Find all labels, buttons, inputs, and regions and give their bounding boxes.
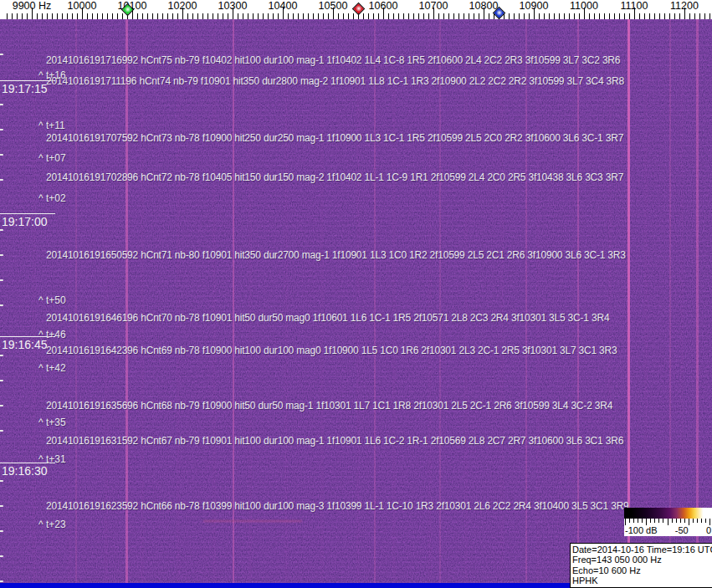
frequency-ruler: 9900 Hz100001010010200103001040010500106…: [0, 0, 712, 19]
ruler-minor-tick: [629, 13, 630, 19]
ruler-minor-tick: [664, 13, 665, 19]
colorbar-tick: [693, 519, 694, 523]
ruler-minor-tick: [539, 13, 540, 19]
ruler-minor-tick: [469, 13, 469, 19]
ruler-minor-tick: [207, 13, 208, 19]
ruler-minor-tick: [348, 13, 349, 19]
colorbar-gradient: [624, 508, 712, 519]
second-mark: ^ t+35: [38, 417, 66, 428]
ruler-minor-tick: [157, 13, 158, 19]
colorbar-tick: [684, 519, 685, 523]
ruler-minor-tick: [639, 13, 640, 19]
signal-trace: [627, 19, 630, 583]
ruler-minor-tick: [679, 13, 680, 19]
time-label: 19:17:00: [0, 213, 55, 228]
ruler-minor-tick: [112, 13, 113, 19]
colorbar-tick: [646, 519, 647, 525]
ruler-major-tick: [584, 8, 585, 19]
ruler-minor-tick: [67, 13, 68, 19]
ruler-minor-tick: [599, 13, 600, 19]
ruler-major-tick: [333, 8, 334, 19]
ruler-major-tick: [283, 8, 284, 19]
ruler-minor-tick: [243, 13, 243, 19]
ruler-minor-tick: [197, 13, 198, 19]
ruler-minor-tick: [162, 13, 163, 19]
signal-trace: [233, 19, 234, 583]
colorbar-label-mid: -50: [675, 526, 689, 535]
ruler-minor-tick: [413, 13, 414, 19]
waterfall-overlay: 19:17:1519:17:0019:16:4519:16:3020141016…: [0, 0, 712, 588]
ruler-minor-tick: [218, 13, 218, 19]
time-tick: [0, 104, 3, 105]
second-mark: ^ t+07: [38, 152, 66, 164]
colorbar-tick: [650, 519, 651, 523]
ruler-minor-tick: [428, 13, 429, 19]
ruler-minor-tick: [654, 13, 655, 19]
ruler-minor-tick: [458, 13, 459, 19]
detection-event-text: 20141016191631592 hCnt67 nb-79 f10901 hi…: [46, 435, 623, 447]
ruler-minor-tick: [323, 13, 324, 19]
colorbar-tick: [689, 519, 689, 525]
ruler-minor-tick: [293, 13, 294, 19]
signal-trace: [525, 19, 527, 583]
colorbar-tick: [654, 519, 655, 523]
intensity-colorbar: -100 dB -50 0: [624, 508, 712, 536]
time-tick: [0, 179, 3, 181]
time-tick: [0, 304, 3, 306]
ruler-minor-tick: [614, 13, 615, 19]
ruler-minor-tick: [37, 13, 38, 19]
colorbar-tick: [668, 519, 668, 525]
ruler-minor-tick: [579, 13, 580, 19]
ruler-minor-tick: [142, 13, 143, 19]
colorbar-label-max: 0: [706, 526, 711, 535]
ruler-minor-tick: [92, 13, 93, 19]
info-frequency: Freq=143 050 000 Hz: [572, 555, 711, 565]
signal-trace: [374, 19, 376, 583]
second-mark: ^ t+16: [38, 69, 66, 81]
ruler-minor-tick: [117, 13, 118, 19]
ruler-major-tick: [484, 8, 484, 19]
info-date-time: Date=2014-10-16 Time=19:16 UTC: [572, 545, 711, 555]
time-tick: [0, 505, 3, 507]
station-info-box: Date=2014-10-16 Time=19:16 UTC Freq=143 …: [570, 543, 712, 588]
ruler-major-tick: [634, 8, 635, 19]
detection-event-text: 20141016191635696 hCnt68 nb-79 f10900 hi…: [46, 400, 612, 412]
ruler-minor-tick: [554, 13, 555, 19]
ruler-minor-tick: [273, 13, 274, 19]
ruler-minor-tick: [403, 13, 404, 19]
colorbar-tick: [705, 519, 706, 523]
ruler-minor-tick: [202, 13, 203, 19]
colorbar-tick: [625, 519, 626, 525]
detection-event-text: 20141016191646196 hCnt70 nb-78 f10901 hi…: [46, 312, 609, 324]
ruler-minor-tick: [278, 13, 279, 19]
second-mark: ^ t+11: [38, 120, 65, 131]
ruler-minor-tick: [604, 13, 605, 19]
ruler-minor-tick: [172, 13, 173, 19]
ruler-minor-tick: [519, 13, 520, 19]
ruler-minor-tick: [524, 13, 525, 19]
time-tick: [0, 530, 3, 532]
detection-event-text: 20141016191702896 hCnt72 nb-78 f10405 hi…: [46, 171, 623, 183]
ruler-minor-tick: [52, 13, 53, 19]
ruler-minor-tick: [122, 13, 123, 19]
ruler-minor-tick: [564, 13, 565, 19]
ruler-minor-tick: [373, 13, 374, 19]
ruler-minor-tick: [338, 13, 339, 19]
colorbar-tick: [701, 519, 702, 523]
ruler-minor-tick: [704, 13, 705, 19]
second-mark: ^ t+42: [38, 362, 66, 374]
ruler-minor-tick: [699, 13, 700, 19]
ruler-minor-tick: [238, 13, 238, 19]
ruler-minor-tick: [423, 13, 424, 19]
signal-trace: [669, 19, 671, 583]
ruler-minor-tick: [388, 13, 389, 19]
signal-trace: [125, 19, 128, 583]
ruler-minor-tick: [42, 13, 43, 19]
colorbar-ticks: [624, 519, 712, 526]
ruler-minor-tick: [479, 13, 479, 19]
ruler-minor-tick: [223, 13, 223, 19]
colorbar-tick: [642, 519, 643, 523]
ruler-minor-tick: [489, 13, 489, 19]
colorbar-tick: [672, 519, 673, 523]
ruler-major-tick: [433, 8, 434, 19]
